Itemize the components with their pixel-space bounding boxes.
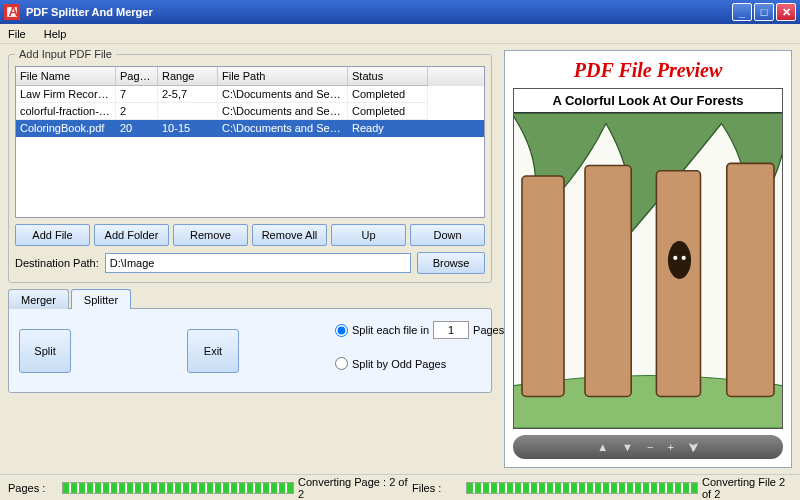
table-empty-area[interactable] [16,137,484,217]
titlebar: A PDF Splitter And Merger _ □ ✕ [0,0,800,24]
pages-progress [62,482,294,494]
add-input-groupbox: Add Input PDF File File Name Page Count … [8,48,492,283]
exit-button[interactable]: Exit [187,329,239,373]
table-cell: C:\Documents and Setti... [218,103,348,120]
menu-help[interactable]: Help [44,28,67,40]
pv-down-icon[interactable]: ▼ [622,441,633,453]
col-filepath[interactable]: File Path [218,67,348,86]
table-cell: 20 [116,120,158,137]
col-pagecount[interactable]: Page Count [116,67,158,86]
menubar: File Help [0,24,800,44]
radio-split-each[interactable] [335,324,348,337]
col-range[interactable]: Range [158,67,218,86]
add-file-button[interactable]: Add File [15,224,90,246]
table-cell: 2-5,7 [158,86,218,103]
preview-toolbar: ▲ ▼ − + ⮟ [513,435,783,459]
table-cell: 10-15 [158,120,218,137]
file-table[interactable]: File Name Page Count Range File Path Sta… [15,66,485,218]
split-button[interactable]: Split [19,329,71,373]
move-up-button[interactable]: Up [331,224,406,246]
table-cell: Completed [348,86,428,103]
groupbox-legend: Add Input PDF File [15,48,116,60]
preview-illustration [514,113,782,428]
preview-pane: PDF File Preview A Colorful Look At Our … [504,50,792,468]
close-button[interactable]: ✕ [776,3,796,21]
table-cell: C:\Documents and Setti... [218,120,348,137]
table-cell: Law Firm Records Ret... [16,86,116,103]
svg-rect-5 [656,171,700,397]
browse-button[interactable]: Browse [417,252,485,274]
svg-point-8 [682,256,686,260]
table-row[interactable]: Law Firm Records Ret...72-5,7C:\Document… [16,86,484,103]
tab-merger[interactable]: Merger [8,289,69,309]
files-progress [466,482,698,494]
col-filename[interactable]: File Name [16,67,116,86]
pv-zoom-in-icon[interactable]: + [667,441,673,453]
pv-zoom-out-icon[interactable]: − [647,441,653,453]
opt-split-odd[interactable]: Split by Odd Pages [335,357,504,370]
table-cell: ColoringBook.pdf [16,120,116,137]
move-down-button[interactable]: Down [410,224,485,246]
table-cell: C:\Documents and Setti... [218,86,348,103]
app-icon: A [4,4,20,20]
table-row[interactable]: colorful-fraction-circle...2C:\Documents… [16,103,484,120]
destination-label: Destination Path: [15,257,99,269]
table-cell: colorful-fraction-circle... [16,103,116,120]
pv-acrobat-icon[interactable]: ⮟ [688,441,699,453]
menu-file[interactable]: File [8,28,26,40]
window-title: PDF Splitter And Merger [26,6,153,18]
table-row[interactable]: ColoringBook.pdf2010-15C:\Documents and … [16,120,484,137]
splitter-panel: Split each file in 1 Pages Split by Even… [8,308,492,393]
statusbar: Pages : Converting Page : 2 of 2 Files :… [0,474,800,500]
svg-point-6 [668,241,691,279]
status-files-label: Files : [412,482,462,494]
remove-all-button[interactable]: Remove All [252,224,327,246]
svg-rect-9 [727,163,774,396]
table-header: File Name Page Count Range File Path Sta… [16,67,484,86]
radio-split-odd[interactable] [335,357,348,370]
svg-rect-3 [522,176,564,397]
pv-up-icon[interactable]: ▲ [597,441,608,453]
tab-splitter[interactable]: Splitter [71,289,131,309]
table-cell: Ready [348,120,428,137]
preview-page[interactable]: A Colorful Look At Our Forests [513,88,783,429]
svg-point-7 [673,256,677,260]
minimize-button[interactable]: _ [732,3,752,21]
maximize-button[interactable]: □ [754,3,774,21]
preview-page-title: A Colorful Look At Our Forests [514,89,782,113]
col-status[interactable]: Status [348,67,428,86]
pages-spinner[interactable]: 1 [433,321,469,339]
table-cell: 2 [116,103,158,120]
destination-input[interactable] [105,253,411,273]
add-folder-button[interactable]: Add Folder [94,224,169,246]
preview-heading: PDF File Preview [513,59,783,82]
remove-button[interactable]: Remove [173,224,248,246]
svg-text:A: A [8,6,18,18]
table-cell [158,103,218,120]
opt-split-each[interactable]: Split each file in 1 Pages [335,321,504,339]
status-pages-label: Pages : [8,482,58,494]
svg-rect-4 [585,166,631,397]
table-cell: Completed [348,103,428,120]
table-cell: 7 [116,86,158,103]
